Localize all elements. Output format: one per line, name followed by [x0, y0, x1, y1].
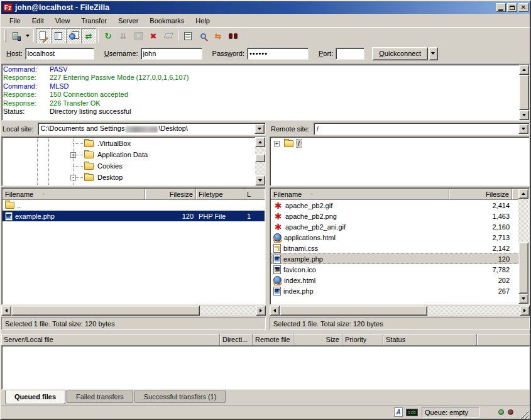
tree-item-cookies[interactable]: Cookies	[3, 160, 255, 172]
process-queue-button[interactable]: ⇊	[116, 28, 131, 43]
cancel-operation-button[interactable]: ✕	[131, 28, 146, 43]
file-row[interactable]: favicon.ico7,782	[271, 264, 518, 275]
log-text: 150 Connection accepted	[50, 91, 128, 99]
scroll-up-button[interactable]	[519, 65, 529, 75]
ascii-data-type-icon[interactable]: A	[394, 407, 403, 417]
remote-list-scrollbar[interactable]	[518, 189, 528, 304]
queue-body[interactable]	[1, 346, 530, 390]
column-header-filetype[interactable]: Filetype	[196, 189, 244, 200]
column-header-filename[interactable]: Filename▲	[3, 189, 145, 200]
close-button[interactable]: ✕	[518, 3, 528, 12]
scroll-down-button[interactable]	[255, 175, 265, 185]
local-tree-scrollbar[interactable]	[255, 137, 265, 185]
quickconnect-dropdown[interactable]	[429, 47, 438, 60]
scroll-thumb[interactable]	[11, 306, 200, 316]
file-row[interactable]: example.php120PHP File1	[3, 211, 265, 221]
tree-item--virtualbox[interactable]: .VirtualBox	[3, 138, 255, 149]
find-files-button[interactable]	[226, 28, 241, 43]
scroll-down-button[interactable]	[519, 110, 529, 120]
queue-column-server-local-file[interactable]: Server/Local file	[1, 334, 220, 346]
username-input[interactable]	[141, 48, 202, 60]
remote-site-combo[interactable]: /	[314, 123, 530, 135]
scroll-right-button[interactable]	[256, 306, 266, 316]
refresh-button[interactable]: ↻	[101, 28, 116, 43]
app-icon[interactable]: Fz	[3, 3, 13, 12]
scroll-thumb[interactable]	[255, 154, 265, 162]
queue-column-status[interactable]: Status	[383, 334, 477, 346]
minimize-button[interactable]	[496, 3, 506, 12]
toggle-remote-tree-button[interactable]	[66, 28, 81, 43]
log-scrollbar[interactable]	[519, 65, 529, 120]
site-manager-dropdown-button[interactable]	[23, 29, 31, 43]
menu-bookmarks[interactable]: Bookmarks	[144, 15, 190, 26]
filler-cell	[512, 275, 518, 285]
tab-failed-transfers[interactable]: Failed transfers	[67, 390, 133, 403]
column-header-filesize[interactable]: Filesize	[449, 189, 512, 200]
column-header-l[interactable]: L	[244, 189, 265, 200]
password-input[interactable]	[247, 48, 309, 60]
scroll-left-button[interactable]	[270, 306, 280, 316]
queue-column-size[interactable]: Size	[293, 334, 342, 346]
file-row[interactable]: ✱apache_pb2.png1,463	[271, 211, 518, 221]
scroll-left-button[interactable]	[1, 306, 11, 316]
scroll-thumb[interactable]	[280, 306, 427, 316]
log-text: Directory listing successful	[50, 108, 131, 116]
filename-cell: favicon.ico	[271, 264, 449, 275]
file-row[interactable]: index.html202	[271, 275, 518, 285]
toolbar-grip[interactable]	[4, 30, 6, 42]
file-row[interactable]: index.php267	[271, 285, 518, 296]
menu-transfer[interactable]: Transfer	[75, 15, 112, 26]
file-row[interactable]: ..	[3, 200, 265, 211]
local-site-dropdown[interactable]	[255, 124, 265, 134]
toggle-local-tree-button[interactable]	[51, 28, 66, 43]
resize-grip[interactable]	[520, 410, 528, 419]
maximize-button[interactable]	[507, 3, 517, 12]
queue-column-priority[interactable]: Priority	[342, 334, 383, 346]
menu-edit[interactable]: Edit	[26, 15, 50, 26]
scroll-down-button[interactable]	[518, 294, 528, 304]
expand-icon[interactable]: +	[274, 141, 280, 146]
toggle-message-log-button[interactable]	[36, 28, 51, 43]
column-header-filename[interactable]: Filename▲	[271, 189, 449, 200]
disconnect-button[interactable]: ✖	[146, 28, 161, 43]
tree-item-desktop[interactable]: -Desktop	[3, 172, 255, 183]
scroll-thumb[interactable]	[519, 75, 529, 110]
remote-site-dropdown[interactable]	[518, 124, 528, 134]
toggle-transfer-queue-button[interactable]: ⇄	[81, 28, 96, 43]
scroll-thumb[interactable]	[518, 242, 528, 294]
file-row[interactable]: ✱apache_pb2_ani.gif2,160	[271, 221, 518, 232]
directory-comparison-button[interactable]	[195, 28, 211, 43]
queue-column-directi-[interactable]: Directi...	[220, 334, 253, 346]
menu-file[interactable]: File	[4, 15, 26, 26]
tab-queued-files[interactable]: Queued files	[5, 390, 65, 404]
filter-button[interactable]	[180, 28, 195, 43]
file-row[interactable]: example.php120	[271, 253, 518, 264]
remote-hscrollbar[interactable]	[270, 306, 530, 316]
menu-view[interactable]: View	[50, 15, 76, 26]
file-row[interactable]: ✱apache_pb2.gif2,414	[271, 200, 518, 211]
expand-icon[interactable]: +	[70, 152, 76, 158]
site-manager-button[interactable]	[8, 28, 23, 43]
collapse-icon[interactable]: -	[70, 175, 76, 180]
filename-text: index.php	[283, 287, 314, 295]
file-row[interactable]: bitnami.css2,142	[271, 243, 518, 253]
reconnect-button[interactable]	[161, 28, 176, 43]
tree-item-application-data[interactable]: +Application Data	[3, 149, 255, 160]
queue-column-remote-file[interactable]: Remote file	[253, 334, 293, 346]
port-input[interactable]	[336, 48, 364, 60]
scroll-right-button[interactable]	[520, 306, 530, 316]
scroll-up-button[interactable]	[255, 137, 265, 147]
speed-limit-icon[interactable]: scb	[406, 409, 418, 416]
tab-successful-transfers-1-[interactable]: Successful transfers (1)	[134, 390, 226, 403]
file-row[interactable]: applications.html2,713	[271, 232, 518, 243]
host-input[interactable]	[25, 48, 94, 60]
quickconnect-button[interactable]: Quickconnect	[372, 47, 428, 60]
tree-item-root[interactable]: +/	[271, 138, 518, 149]
local-hscrollbar[interactable]	[1, 306, 266, 316]
menu-server[interactable]: Server	[112, 15, 144, 26]
column-header-filesize[interactable]: Filesize	[145, 189, 196, 200]
menu-help[interactable]: Help	[190, 15, 216, 26]
local-site-combo[interactable]: C:\Documents and Settings\Desktop\	[38, 123, 266, 135]
scroll-up-button[interactable]	[518, 189, 528, 199]
synchronized-browsing-button[interactable]: ⇆	[211, 28, 226, 43]
